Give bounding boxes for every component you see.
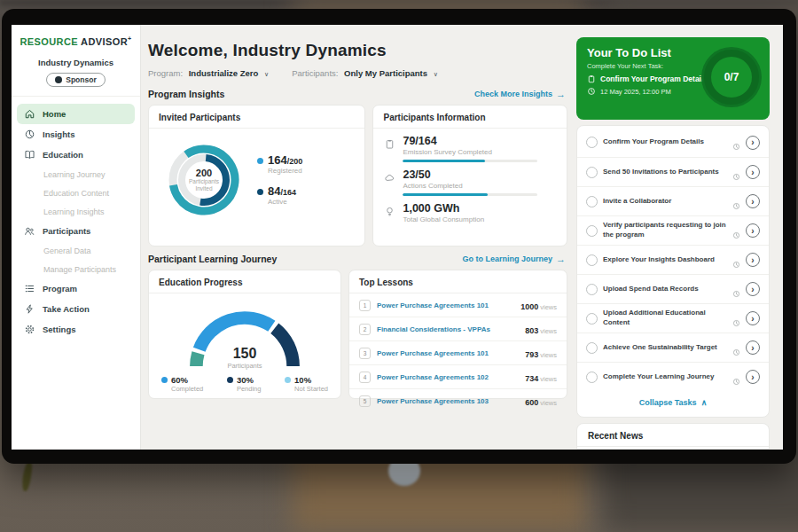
sidebar-item-label: Program (43, 284, 77, 293)
task-chevron-button[interactable]: › (746, 136, 760, 150)
lesson-link[interactable]: Power Purchase Agreements 103 (377, 397, 519, 405)
legend-percent: 60% (171, 375, 203, 385)
participants-filter-label: Participants: (292, 68, 338, 78)
sidebar-item-manage-participants[interactable]: Manage Participants (17, 261, 135, 278)
check-more-insights-link[interactable]: Check More Insights → (474, 89, 566, 99)
logo-resource: RESOURCE (20, 36, 78, 47)
task-chevron-button[interactable]: › (746, 340, 760, 355)
task-checkbox[interactable] (586, 313, 598, 325)
recent-news-title: Recent News (577, 424, 769, 447)
invited-donut-chart: 200 Participants Invited (161, 137, 246, 223)
lesson-link[interactable]: Power Purchase Agreements 101 (377, 301, 514, 309)
task-chevron-button[interactable]: › (746, 370, 760, 384)
task-row[interactable]: Upload Spend Data Records› (577, 274, 769, 303)
lesson-link[interactable]: Power Purchase Agreements 102 (377, 373, 519, 381)
sidebar-item-education-content[interactable]: Education Content (17, 184, 135, 202)
task-checkbox[interactable] (586, 225, 598, 237)
task-label: Complete Your Learning Journey (603, 372, 727, 382)
task-checkbox[interactable] (586, 342, 598, 354)
participants-filter-value: Only My Participants (344, 68, 427, 78)
task-row[interactable]: Send 50 Invitations to Participants› (577, 157, 769, 186)
go-to-learning-journey-label: Go to Learning Journey (462, 254, 552, 263)
sidebar-item-insights[interactable]: Insights (17, 124, 135, 145)
task-checkbox[interactable] (586, 167, 598, 178)
legend-percent: 10% (294, 375, 328, 385)
lesson-rank: 2 (359, 324, 371, 335)
sidebar-item-label: Participants (43, 226, 90, 236)
collapse-tasks-link[interactable]: Collapse Tasks∧ (577, 391, 769, 415)
sidebar-item-general-data[interactable]: General Data (17, 242, 135, 260)
sidebar-item-settings[interactable]: Settings (17, 319, 135, 340)
check-more-insights-label: Check More Insights (474, 90, 552, 98)
sidebar-item-label: Manage Participants (43, 265, 116, 274)
task-row[interactable]: Upload Additional Educational Content› (577, 303, 769, 332)
stat-value: 23/50 (403, 168, 537, 181)
sidebar-item-label: Education (43, 150, 83, 160)
task-list-card: Confirm Your Program Details›Send 50 Inv… (576, 125, 770, 418)
legend-dot-icon (161, 377, 168, 383)
legend-label: Registered (268, 167, 302, 175)
task-row[interactable]: Verify participants requesting to join t… (577, 215, 769, 245)
task-checkbox[interactable] (586, 372, 598, 383)
task-checkbox[interactable] (586, 254, 598, 266)
task-chevron-button[interactable]: › (746, 165, 760, 179)
task-row[interactable]: Invite a Collaborator› (577, 186, 769, 215)
main-content: Welcome, Industry Dynamics Program: Indu… (141, 25, 576, 450)
task-clock-icon (732, 198, 740, 206)
task-row[interactable]: Achieve One Sustainability Target› (577, 332, 769, 362)
education-progress-card: Education Progress 150 Participants 60%C… (148, 270, 341, 399)
task-row[interactable]: Complete Your Learning Journey› (577, 362, 769, 391)
gauge-center-value: 150 (178, 346, 311, 362)
sidebar-item-program[interactable]: Program (17, 278, 135, 299)
task-checkbox[interactable] (586, 137, 598, 148)
home-icon (24, 108, 35, 120)
stat-value: 1,000 GWh (403, 202, 484, 215)
task-chevron-button[interactable]: › (746, 223, 760, 238)
go-to-learning-journey-link[interactable]: Go to Learning Journey → (462, 254, 566, 264)
sidebar-item-learning-journey[interactable]: Learning Journey (17, 166, 135, 184)
organization-name: Industry Dynamics (12, 58, 140, 67)
participants-filter[interactable]: Participants: Only My Participants ∨ (292, 68, 438, 78)
stat-label: Total Global Consumption (403, 215, 484, 223)
task-label: Upload Spend Data Records (603, 285, 727, 294)
sidebar-item-label: Learning Insights (43, 207, 105, 216)
sidebar-item-home[interactable]: Home (17, 104, 135, 124)
invited-participants-title: Invited Participants (149, 106, 364, 129)
task-chevron-button[interactable]: › (746, 311, 760, 325)
program-icon (24, 283, 35, 294)
top-lessons-card: Top Lessons 1Power Purchase Agreements 1… (348, 270, 567, 399)
legend-value: 84/164 (268, 185, 296, 198)
education-legend-item: 60%Completed (161, 375, 203, 393)
lesson-views: 793 views (525, 345, 557, 361)
lesson-link[interactable]: Power Purchase Agreements 101 (377, 349, 519, 357)
stat-row: 1,000 GWhTotal Global Consumption (373, 196, 567, 227)
task-row[interactable]: Confirm Your Program Details› (577, 128, 769, 157)
learning-journey-heading: Participant Learning Journey (148, 254, 277, 264)
chevron-up-icon: ∧ (701, 398, 708, 407)
task-checkbox[interactable] (586, 196, 598, 207)
donut-legend-item: 84/164Active (257, 185, 302, 206)
task-row[interactable]: Explore Your Insights Dashboard› (577, 245, 769, 274)
task-chevron-button[interactable]: › (746, 282, 760, 296)
sidebar-item-learning-insights[interactable]: Learning Insights (17, 203, 135, 221)
program-filter[interactable]: Program: Industrialize Zero ∨ (148, 68, 269, 78)
task-checkbox[interactable] (586, 284, 598, 295)
task-label: Confirm Your Program Details (603, 137, 727, 147)
monitor-bezel: RESOURCE ADVISOR+ Industry Dynamics Spon… (2, 9, 796, 464)
sidebar-item-take-action[interactable]: Take Action (17, 299, 135, 319)
logo-advisor: ADVISOR (81, 36, 128, 47)
clock-icon (587, 87, 596, 96)
todo-card: Your To Do List Complete Your Next Task:… (576, 37, 770, 120)
task-clock-icon (732, 138, 740, 146)
education-icon (24, 149, 35, 160)
todo-next-task: Confirm Your Program Details (600, 74, 708, 83)
sidebar-item-label: Insights (43, 129, 74, 139)
sidebar-item-participants[interactable]: Participants (17, 221, 135, 241)
lesson-link[interactable]: Financial Considerations - VPPAs (377, 325, 519, 333)
task-chevron-button[interactable]: › (746, 253, 760, 267)
sidebar-item-education[interactable]: Education (17, 145, 135, 165)
task-clock-icon (732, 315, 740, 323)
invited-legend: 164/200Registered84/164Active (257, 154, 302, 207)
task-chevron-button[interactable]: › (746, 194, 760, 208)
legend-value: 164/200 (268, 154, 302, 167)
